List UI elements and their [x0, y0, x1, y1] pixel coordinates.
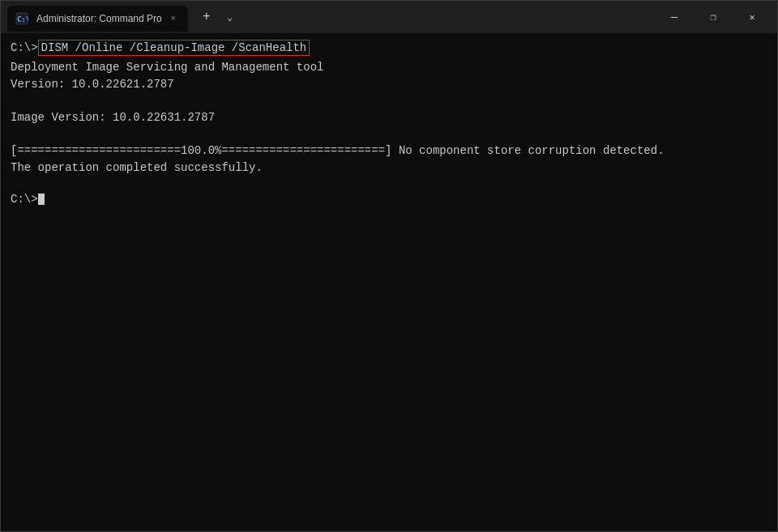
output-line-4: [========================100.0%=========…: [11, 143, 767, 160]
new-tab-icon: +: [203, 11, 211, 23]
close-icon: ✕: [749, 11, 754, 23]
tab-dropdown-button[interactable]: ⌄: [222, 6, 238, 28]
prompt-2: C:\>: [11, 193, 38, 206]
output-line-2: Version: 10.0.22621.2787: [11, 76, 767, 93]
blank-line-3: [11, 177, 767, 193]
maximize-button[interactable]: ❐: [695, 4, 732, 30]
active-tab[interactable]: C:\ Administrator: Command Pro ×: [7, 6, 188, 32]
terminal-body[interactable]: C:\> DISM /Online /Cleanup-Image /ScanHe…: [1, 33, 777, 531]
command-input-line: C:\> DISM /Online /Cleanup-Image /ScanHe…: [11, 40, 767, 56]
minimize-icon: —: [671, 11, 678, 23]
current-prompt-line: C:\>: [11, 193, 767, 206]
output-line-5: The operation completed successfully.: [11, 160, 767, 177]
window-controls: — ❐ ✕: [656, 4, 771, 30]
highlighted-command: DISM /Online /Cleanup-Image /ScanHealth: [38, 40, 310, 56]
new-tab-button[interactable]: +: [194, 5, 219, 29]
blank-line-1: [11, 93, 767, 109]
svg-text:C:\: C:\: [17, 15, 28, 23]
output-line-1: Deployment Image Servicing and Managemen…: [11, 59, 767, 76]
maximize-icon: ❐: [710, 11, 716, 23]
tab-title: Administrator: Command Pro: [36, 13, 162, 24]
tab-close-button[interactable]: ×: [167, 12, 180, 25]
terminal-output: Deployment Image Servicing and Managemen…: [11, 59, 767, 206]
close-button[interactable]: ✕: [733, 4, 771, 30]
title-bar-left: C:\ Administrator: Command Pro × + ⌄: [7, 2, 656, 32]
terminal-window: C:\ Administrator: Command Pro × + ⌄ — ❐…: [0, 0, 778, 532]
chevron-down-icon: ⌄: [227, 11, 233, 23]
output-line-3: Image Version: 10.0.22631.2787: [11, 109, 767, 126]
blank-line-2: [11, 126, 767, 143]
cmd-icon: C:\: [15, 12, 28, 25]
prompt-1: C:\>: [11, 41, 38, 54]
cursor: [38, 194, 45, 205]
title-bar: C:\ Administrator: Command Pro × + ⌄ — ❐…: [1, 1, 777, 33]
minimize-button[interactable]: —: [656, 4, 693, 30]
